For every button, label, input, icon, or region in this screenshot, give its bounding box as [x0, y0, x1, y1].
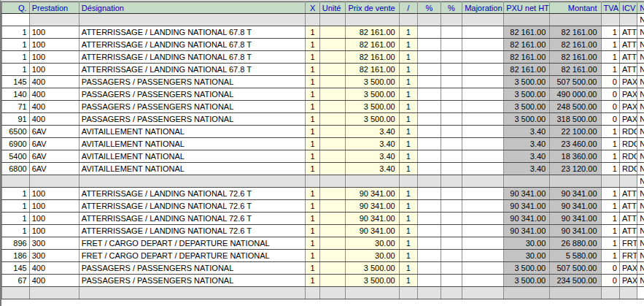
cell-q[interactable]: 6500 — [2, 126, 30, 138]
cell-pct2[interactable] — [441, 262, 462, 275]
cell-pxu[interactable]: 3 500.00 — [504, 76, 550, 88]
cell-icv[interactable]: PAX — [619, 76, 637, 88]
cell-pct1[interactable] — [418, 113, 441, 126]
cell-tva[interactable]: 1 — [601, 163, 619, 175]
cell-majoration[interactable] — [462, 39, 504, 51]
cell-tva[interactable]: 1 — [601, 250, 619, 262]
cell-majoration[interactable] — [462, 64, 504, 76]
cell-x[interactable]: 1 — [306, 39, 319, 51]
cell-montant[interactable]: 318 500.00 — [550, 113, 601, 126]
cell-prix[interactable]: 90 341.00 — [346, 200, 399, 213]
cell-prix[interactable]: 3 500.00 — [346, 262, 399, 275]
cell-pct2[interactable] — [441, 101, 462, 113]
cell-na[interactable]: NA — [637, 26, 644, 39]
cell-icv[interactable]: RDC — [619, 126, 637, 138]
cell-pxu[interactable]: 90 341.00 — [504, 213, 550, 225]
cell-tva[interactable]: 1 — [601, 237, 619, 250]
cell-montant[interactable]: 23 120.00 — [550, 163, 601, 175]
cell-q[interactable]: 1 — [2, 64, 30, 76]
cell-tva[interactable]: 1 — [601, 26, 619, 39]
cell-x[interactable]: 1 — [306, 250, 319, 262]
cell-x[interactable]: 1 — [306, 101, 319, 113]
cell-prix[interactable]: 90 341.00 — [346, 188, 399, 200]
cell-prix[interactable]: 3.40 — [346, 150, 399, 163]
cell-pct2[interactable] — [441, 213, 462, 225]
cell-pxu[interactable]: 30.00 — [504, 250, 550, 262]
cell-icv[interactable]: ATT — [619, 188, 637, 200]
cell-pct2[interactable] — [441, 188, 462, 200]
cell-designation[interactable]: PASSAGERS / PASSENGERS NATIONAL — [79, 262, 306, 275]
cell-q[interactable]: 1 — [2, 213, 30, 225]
cell-tva[interactable]: 1 — [601, 150, 619, 163]
cell-pct2[interactable] — [441, 150, 462, 163]
cell-pxu[interactable]: 3.40 — [504, 126, 550, 138]
cell-pxu[interactable]: 90 341.00 — [504, 225, 550, 237]
cell-designation[interactable]: PASSAGERS / PASSENGERS NATIONAL — [79, 113, 306, 126]
cell-designation[interactable]: ATTERRISSAGE / LANDING NATIONAL 72.6 T — [79, 225, 306, 237]
cell-montant[interactable]: 22 100.00 — [550, 126, 601, 138]
cell-unite[interactable] — [319, 138, 346, 150]
cell-slash[interactable]: 1 — [399, 163, 417, 175]
cell-pct2[interactable] — [441, 138, 462, 150]
cell-prix[interactable]: 30.00 — [346, 250, 399, 262]
cell-q[interactable]: 1 — [2, 51, 30, 64]
cell-icv[interactable]: FRT — [619, 237, 637, 250]
cell-icv[interactable]: ATT — [619, 64, 637, 76]
cell-x[interactable]: 1 — [306, 275, 319, 287]
cell-pct2[interactable] — [441, 76, 462, 88]
cell-montant[interactable]: 26 880.00 — [550, 237, 601, 250]
cell-pct1[interactable] — [418, 126, 441, 138]
cell-montant[interactable]: 90 341.00 — [550, 200, 601, 213]
cell-montant[interactable]: 23 460.00 — [550, 138, 601, 150]
cell-pct2[interactable] — [441, 200, 462, 213]
cell-tva[interactable]: 1 — [601, 225, 619, 237]
cell-pct1[interactable] — [418, 200, 441, 213]
cell-designation[interactable]: AVITAILLEMENT NATIONAL — [79, 126, 306, 138]
cell-q[interactable]: 91 — [2, 113, 30, 126]
cell-prix[interactable]: 3 500.00 — [346, 76, 399, 88]
cell-pct1[interactable] — [418, 163, 441, 175]
cell-majoration[interactable] — [462, 126, 504, 138]
cell-pct1[interactable] — [418, 64, 441, 76]
cell-slash[interactable]: 1 — [399, 138, 417, 150]
cell-pct1[interactable] — [418, 150, 441, 163]
cell-montant[interactable]: 234 500.00 — [550, 275, 601, 287]
cell-montant[interactable]: 507 500.00 — [550, 262, 601, 275]
cell-slash[interactable]: 1 — [399, 213, 417, 225]
cell-pxu[interactable]: 82 161.00 — [504, 64, 550, 76]
cell-x[interactable]: 1 — [306, 150, 319, 163]
cell-unite[interactable] — [319, 200, 346, 213]
cell-pct1[interactable] — [418, 26, 441, 39]
cell-q[interactable]: 140 — [2, 88, 30, 101]
cell-q[interactable]: 145 — [2, 262, 30, 275]
cell-designation[interactable]: ATTERRISSAGE / LANDING NATIONAL 67.8 T — [79, 39, 306, 51]
cell-tva[interactable]: 0 — [601, 113, 619, 126]
cell-pxu[interactable]: 3 500.00 — [504, 275, 550, 287]
cell-majoration[interactable] — [462, 26, 504, 39]
cell-tva[interactable]: 1 — [601, 213, 619, 225]
cell-slash[interactable]: 1 — [399, 76, 417, 88]
cell-prestation[interactable]: 100 — [29, 26, 79, 39]
cell-icv[interactable]: ATT — [619, 39, 637, 51]
cell-x[interactable]: 1 — [306, 163, 319, 175]
cell-icv[interactable]: FRT — [619, 250, 637, 262]
cell-designation[interactable]: ATTERRISSAGE / LANDING NATIONAL 67.8 T — [79, 26, 306, 39]
cell-tva[interactable]: 1 — [601, 138, 619, 150]
cell-prestation[interactable]: 400 — [29, 262, 79, 275]
cell-unite[interactable] — [319, 101, 346, 113]
cell-pct2[interactable] — [441, 113, 462, 126]
cell-icv[interactable]: RDC — [619, 150, 637, 163]
cell-icv[interactable]: PAX — [619, 275, 637, 287]
cell-montant[interactable]: 90 341.00 — [550, 225, 601, 237]
cell-na[interactable]: NA — [637, 262, 644, 275]
cell-prix[interactable]: 30.00 — [346, 237, 399, 250]
cell-pct2[interactable] — [441, 237, 462, 250]
cell-prestation[interactable]: 400 — [29, 76, 79, 88]
cell-unite[interactable] — [319, 64, 346, 76]
cell-x[interactable]: 1 — [306, 113, 319, 126]
cell-q[interactable]: 6800 — [2, 163, 30, 175]
active-cell[interactable] — [2, 14, 30, 26]
cell-pct2[interactable] — [441, 275, 462, 287]
cell-pxu[interactable]: 82 161.00 — [504, 39, 550, 51]
cell-x[interactable]: 1 — [306, 188, 319, 200]
